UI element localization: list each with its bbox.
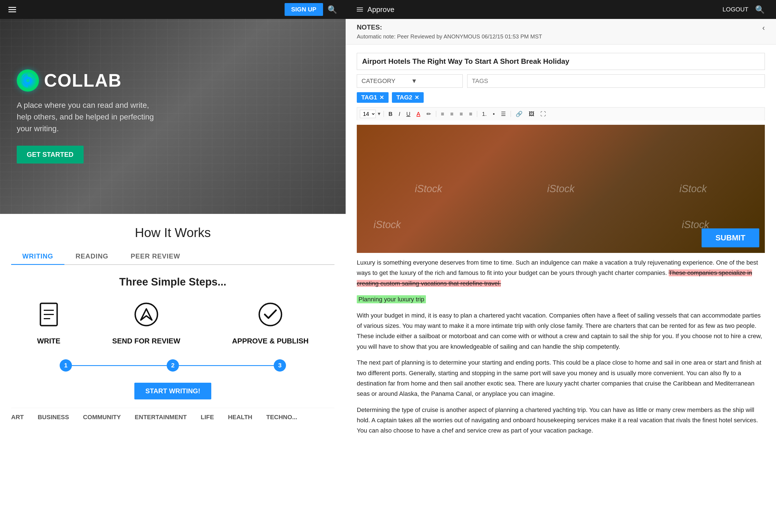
start-writing-button[interactable]: START WRITING! (134, 383, 212, 400)
paragraph-4: Determining the type of cruise is anothe… (357, 405, 765, 436)
tag-1: TAG1 ✕ (357, 92, 389, 103)
editor-area: CATEGORY ▼ TAG1 ✕ TAG2 ✕ 141012161824 ▼ … (346, 45, 776, 532)
title-input[interactable] (357, 53, 765, 70)
watermark-1: iStock (415, 183, 442, 195)
right-topbar: Approve LOGOUT 🔍 (346, 0, 776, 19)
approve-title: Approve (367, 5, 394, 14)
notes-close-icon[interactable]: ‹ (762, 23, 765, 32)
font-color-button[interactable]: A (414, 109, 423, 119)
highlight-button[interactable]: ✏ (424, 109, 434, 119)
hamburger-menu[interactable] (8, 7, 16, 12)
hero-content: COLLAB A place where you can read and wr… (17, 69, 162, 164)
tags-row: TAG1 ✕ TAG2 ✕ (357, 92, 765, 103)
step-send: SEND FOR REVIEW (112, 302, 180, 345)
hero-description: A place where you can read and write, he… (17, 99, 162, 135)
fullscreen-button[interactable]: ⛶ (538, 109, 549, 119)
ordered-list-button[interactable]: 1. (479, 109, 489, 119)
logo-text: COLLAB (44, 70, 122, 91)
progress-line-2 (179, 365, 274, 366)
editor-toolbar: 141012161824 ▼ B I U A ✏ ≡ ≡ ≡ ≡ 1. • ☰ … (357, 107, 765, 120)
tag-1-label: TAG1 (361, 94, 377, 101)
category-label: CATEGORY (362, 77, 408, 85)
left-panel: SIGN UP 🔍 COLLAB A place where you (0, 0, 346, 532)
hero-section: COLLAB A place where you can read and wr… (0, 19, 346, 214)
approve-menu: Approve (357, 5, 394, 14)
article-text: Luxury is something everyone deserves fr… (357, 257, 765, 442)
progress-line-1 (72, 365, 167, 366)
link-button[interactable]: 🔗 (513, 109, 525, 119)
unordered-list-button[interactable]: • (490, 109, 497, 119)
step-approve: APPROVE & PUBLISH (232, 302, 309, 345)
logo: COLLAB (17, 69, 162, 92)
cat-health[interactable]: HEALTH (228, 414, 252, 421)
notes-bar: NOTES: Automatic note: Peer Reviewed by … (346, 19, 776, 45)
watermark-2: iStock (547, 183, 574, 195)
step-write: WRITE (37, 302, 60, 345)
submit-container: SUBMIT (702, 228, 759, 247)
watermark-4: iStock (374, 219, 401, 230)
category-select[interactable]: CATEGORY ▼ (357, 74, 463, 88)
paragraph-2: With your budget in mind, it is easy to … (357, 310, 765, 352)
font-size-select[interactable]: 141012161824 (360, 110, 376, 118)
indent-button[interactable]: ☰ (499, 109, 509, 119)
cat-techno[interactable]: TECHNO... (266, 414, 297, 421)
logout-button[interactable]: LOGOUT (723, 6, 748, 13)
svg-point-6 (135, 303, 158, 326)
tag-2-remove[interactable]: ✕ (414, 94, 419, 101)
notes-content: NOTES: Automatic note: Peer Reviewed by … (357, 23, 542, 40)
paragraph-highlight: Planning your luxury trip (357, 294, 765, 304)
cat-life[interactable]: LIFE (201, 414, 214, 421)
bold-button[interactable]: B (386, 109, 395, 119)
paragraph-3: The next part of planning is to determin… (357, 357, 765, 399)
watermark-3: iStock (680, 183, 707, 195)
right-search-icon[interactable]: 🔍 (755, 5, 765, 14)
submit-button[interactable]: SUBMIT (702, 228, 759, 247)
nav-right: SIGN UP 🔍 (284, 3, 337, 16)
svg-point-1 (26, 79, 29, 82)
align-justify-button[interactable]: ≡ (466, 109, 475, 119)
signup-button[interactable]: SIGN UP (284, 3, 323, 16)
italic-button[interactable]: I (396, 109, 403, 119)
tags-input[interactable] (467, 74, 765, 88)
write-icon (38, 302, 60, 332)
progress-dot-2: 2 (167, 359, 179, 371)
bottom-categories: ART BUSINESS COMMUNITY ENTERTAINMENT LIF… (11, 408, 335, 427)
step-write-label: WRITE (37, 337, 60, 345)
font-size-chevron: ▼ (377, 111, 381, 116)
tag-2: TAG2 ✕ (392, 92, 424, 103)
search-icon[interactable]: 🔍 (328, 5, 337, 14)
step-send-label: SEND FOR REVIEW (112, 337, 180, 345)
logo-icon (17, 69, 39, 92)
align-right-button[interactable]: ≡ (457, 109, 465, 119)
start-writing-row: START WRITING! (11, 383, 335, 400)
cat-entertainment[interactable]: ENTERTAINMENT (135, 414, 187, 421)
cat-community[interactable]: COMMUNITY (83, 414, 121, 421)
image-button[interactable]: 🖼 (526, 109, 537, 119)
steps-row: WRITE SEND FOR REVIEW AP (11, 302, 335, 345)
approve-icon (258, 302, 283, 332)
align-left-button[interactable]: ≡ (438, 109, 447, 119)
tab-writing[interactable]: WRITING (11, 248, 64, 265)
progress-dot-1: 1 (60, 359, 72, 371)
right-hamburger-menu[interactable] (357, 8, 363, 11)
paragraph-1: Luxury is something everyone deserves fr… (357, 257, 765, 289)
tag-2-label: TAG2 (396, 94, 412, 101)
top-nav: SIGN UP 🔍 (0, 0, 346, 19)
how-it-works-title: How It Works (11, 225, 335, 240)
get-started-button[interactable]: GET STARTED (17, 146, 83, 164)
underline-button[interactable]: U (404, 109, 413, 119)
align-center-button[interactable]: ≡ (448, 109, 456, 119)
three-steps-title: Three Simple Steps... (11, 276, 335, 288)
cat-art[interactable]: ART (11, 414, 24, 421)
progress-dot-3: 3 (274, 359, 286, 371)
tab-peer-review[interactable]: PEER REVIEW (120, 248, 191, 265)
article-image: iStock iStock iStock iStock iStock SUBMI… (357, 125, 765, 253)
cat-business[interactable]: BUSINESS (38, 414, 69, 421)
how-it-works-section: How It Works WRITING READING PEER REVIEW… (0, 214, 346, 532)
strikethrough-text: These companies specialize in creating c… (357, 269, 752, 287)
notes-label: NOTES: (357, 23, 542, 31)
tab-reading[interactable]: READING (64, 248, 120, 265)
svg-point-7 (259, 303, 281, 326)
tag-1-remove[interactable]: ✕ (379, 94, 384, 101)
chevron-down-icon: ▼ (411, 77, 458, 85)
